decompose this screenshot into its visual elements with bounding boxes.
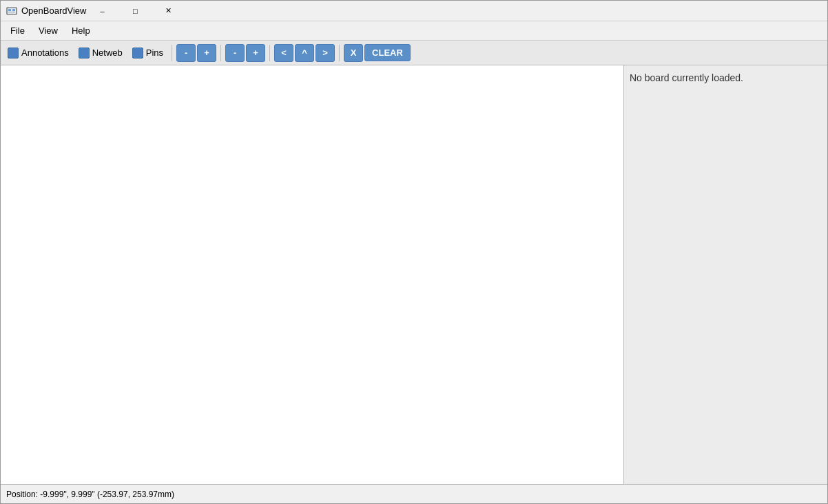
clear-button[interactable]: CLEAR (364, 44, 411, 61)
status-bar: Position: -9.999", 9.999" (-253.97, 253.… (1, 484, 827, 503)
netweb-label: Netweb (92, 48, 123, 58)
toolbar: Annotations Netweb Pins - + - + < ^ > X … (1, 41, 827, 65)
toggle-annotations[interactable]: Annotations (3, 45, 73, 61)
netweb-checkbox (79, 48, 90, 59)
pins-checkbox (132, 48, 143, 59)
svg-rect-0 (7, 8, 17, 14)
zoom-group-2: - + (225, 44, 265, 62)
menu-help[interactable]: Help (65, 23, 97, 39)
main-content: No board currently loaded. (1, 65, 827, 484)
no-board-message: No board currently loaded. (630, 72, 822, 83)
annotations-checkbox (8, 48, 19, 59)
annotations-label: Annotations (21, 48, 69, 58)
window-controls: – □ ✕ (86, 1, 184, 21)
title-bar: OpenBoardView – □ ✕ (1, 1, 827, 21)
pins-label: Pins (146, 48, 163, 58)
nav-group: < ^ > (274, 44, 335, 62)
close-button[interactable]: ✕ (152, 1, 184, 21)
menu-view[interactable]: View (32, 23, 65, 39)
menu-bar: File View Help (1, 21, 827, 41)
toggle-pins[interactable]: Pins (128, 45, 167, 61)
maximize-button[interactable]: □ (119, 1, 151, 21)
app-icon (6, 6, 17, 17)
nav-left-button[interactable]: < (274, 44, 293, 62)
zoom-out-1-button[interactable]: - (176, 44, 196, 62)
menu-file[interactable]: File (3, 23, 32, 39)
nav-up-button[interactable]: ^ (295, 44, 314, 62)
toggle-netweb[interactable]: Netweb (74, 45, 127, 61)
svg-rect-2 (12, 9, 15, 11)
position-text: Position: -9.999", 9.999" (-253.97, 253.… (6, 490, 174, 499)
zoom-in-2-button[interactable]: + (246, 44, 265, 62)
nav-right-button[interactable]: > (315, 44, 335, 62)
board-canvas[interactable] (1, 65, 624, 484)
minimize-button[interactable]: – (86, 1, 118, 21)
sep-3 (269, 45, 270, 61)
close-search-button[interactable]: X (344, 44, 363, 62)
zoom-out-2-button[interactable]: - (225, 44, 245, 62)
sep-1 (172, 45, 172, 61)
window-title: OpenBoardView (21, 6, 86, 16)
sep-2 (220, 45, 221, 61)
zoom-in-1-button[interactable]: + (197, 44, 216, 62)
svg-rect-1 (8, 9, 11, 11)
side-panel: No board currently loaded. (624, 65, 827, 484)
sep-4 (339, 45, 340, 61)
zoom-group-1: - + (176, 44, 216, 62)
